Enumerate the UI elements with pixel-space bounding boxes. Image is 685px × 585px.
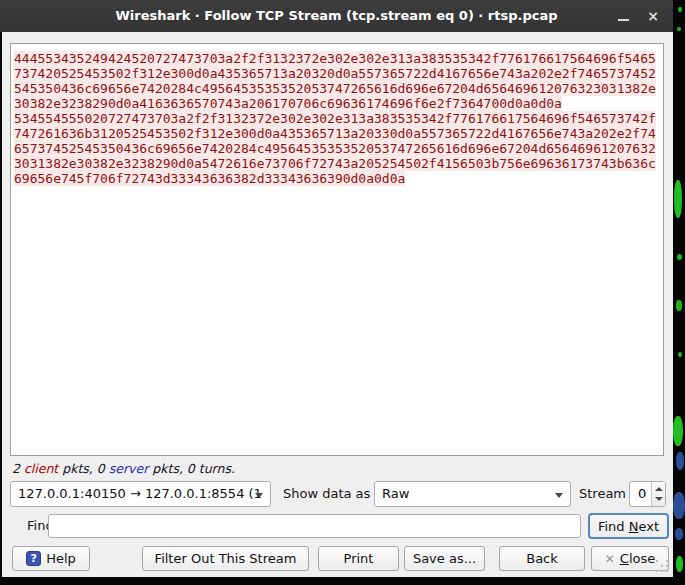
help-icon: ? bbox=[26, 551, 41, 566]
minimize-icon bbox=[618, 19, 629, 21]
spinner-buttons[interactable] bbox=[651, 482, 665, 506]
hex-line: 3031382e30382e3238290d0a5472616e73706f72… bbox=[14, 156, 656, 171]
stream-number-label: Stream bbox=[579, 481, 626, 507]
follow-stream-dialog: Wireshark · Follow TCP Stream (tcp.strea… bbox=[0, 0, 673, 577]
minimize-button[interactable] bbox=[609, 0, 637, 32]
hex-line: 30382e3238290d0a4163636570743a206170706c… bbox=[14, 96, 562, 111]
stream-endpoint-select[interactable]: 127.0.0.1:40150 → 127.0.0.1:8554 (1 bbox=[10, 481, 271, 507]
close-label: Close bbox=[620, 551, 655, 566]
data-format-value: Raw bbox=[382, 486, 409, 501]
save-as-label: Save as... bbox=[413, 551, 476, 566]
resize-grip[interactable] bbox=[656, 560, 670, 574]
hex-line: 545350436c69656e7420284c4956453535352053… bbox=[14, 81, 656, 96]
desktop-artifact bbox=[676, 300, 682, 311]
back-label: Back bbox=[526, 551, 558, 566]
find-next-label: Find Next bbox=[598, 519, 659, 534]
filter-out-label: Filter Out This Stream bbox=[155, 551, 297, 566]
desktop-artifact bbox=[676, 452, 684, 470]
client-word: client bbox=[24, 461, 58, 476]
client-pkt-count: 2 bbox=[12, 461, 20, 476]
desktop-artifact bbox=[677, 27, 681, 31]
stream-endpoint-value: 127.0.0.1:40150 → 127.0.0.1:8554 (1 bbox=[18, 486, 262, 501]
show-data-as-label: Show data as bbox=[283, 481, 370, 507]
hex-line: 65737452545350436c69656e7420284c49564535… bbox=[14, 141, 656, 156]
hex-line: 737420525453502f312e300d0a435365713a2032… bbox=[14, 66, 656, 81]
help-button[interactable]: ? Help bbox=[12, 546, 90, 571]
stream-number-value: 0 bbox=[638, 482, 646, 506]
stream-number-spinner[interactable]: 0 bbox=[629, 481, 666, 507]
print-label: Print bbox=[344, 551, 374, 566]
save-as-button[interactable]: Save as... bbox=[404, 546, 485, 571]
window-title: Wireshark · Follow TCP Stream (tcp.strea… bbox=[0, 0, 673, 32]
spinner-down-icon[interactable] bbox=[655, 497, 663, 501]
turns-count: 0 turns. bbox=[187, 461, 235, 476]
title-bar[interactable]: Wireshark · Follow TCP Stream (tcp.strea… bbox=[0, 0, 673, 32]
desktop-artifact bbox=[676, 556, 683, 572]
close-icon: × bbox=[647, 8, 659, 24]
chevron-down-icon bbox=[255, 493, 263, 498]
desktop-artifact bbox=[677, 254, 682, 260]
desktop-artifact bbox=[674, 180, 682, 218]
desktop-artifact bbox=[675, 528, 683, 540]
pkts-word2: pkts, bbox=[152, 461, 183, 476]
find-next-button[interactable]: Find Next bbox=[588, 513, 669, 539]
stream-text-area[interactable]: 444553435249424520727473703a2f2f3132372e… bbox=[10, 43, 664, 456]
chevron-down-icon bbox=[555, 493, 563, 498]
close-x-icon: ✕ bbox=[605, 552, 615, 566]
desktop-artifact bbox=[678, 7, 682, 12]
hex-line: 534554555020727473703a2f2f3132372e302e30… bbox=[14, 111, 656, 126]
desktop-artifact bbox=[678, 352, 682, 357]
find-input[interactable] bbox=[48, 514, 581, 538]
hex-line: 444553435249424520727473703a2f2f3132372e… bbox=[14, 51, 656, 66]
hex-line: 747261636b3120525453502f312e300d0a435365… bbox=[14, 126, 656, 141]
desktop-artifact bbox=[673, 492, 685, 519]
desktop-artifact bbox=[673, 416, 683, 446]
data-format-select[interactable]: Raw bbox=[374, 481, 571, 507]
close-window-button[interactable]: × bbox=[639, 0, 667, 32]
pkts-word: pkts, bbox=[62, 461, 93, 476]
help-label: Help bbox=[46, 551, 76, 566]
server-pkt-count: 0 bbox=[97, 461, 105, 476]
spinner-up-icon[interactable] bbox=[655, 487, 663, 491]
server-word: server bbox=[109, 461, 149, 476]
hex-line: 69656e745f706f72743d33343636382d33343636… bbox=[14, 171, 405, 186]
print-button[interactable]: Print bbox=[318, 546, 399, 571]
filter-out-stream-button[interactable]: Filter Out This Stream bbox=[142, 546, 309, 571]
back-button[interactable]: Back bbox=[499, 546, 585, 571]
stream-stats: 2 client pkts, 0 server pkts, 0 turns. bbox=[12, 461, 235, 476]
